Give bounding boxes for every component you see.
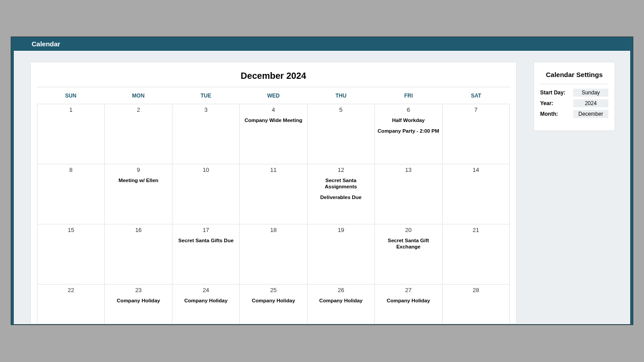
- day-number: 16: [105, 227, 172, 233]
- day-number: 19: [308, 227, 374, 233]
- setting-label: Start Day:: [540, 89, 573, 96]
- calendar-event[interactable]: Company Holiday: [172, 298, 239, 304]
- calendar-event[interactable]: Company Holiday: [240, 298, 307, 304]
- calendar-event[interactable]: Secret Santa Gifts Due: [172, 238, 239, 244]
- day-number: 17: [172, 227, 239, 233]
- day-cell[interactable]: 8: [37, 164, 105, 224]
- day-number: 28: [443, 287, 509, 293]
- day-number: 13: [375, 167, 442, 173]
- day-cell[interactable]: 15: [37, 224, 105, 285]
- day-number: 27: [375, 287, 442, 293]
- day-cell[interactable]: 10: [172, 164, 240, 224]
- day-number: 10: [172, 167, 239, 173]
- day-number: 5: [308, 106, 374, 113]
- day-cell[interactable]: 2: [105, 104, 172, 164]
- setting-label: Year:: [540, 100, 573, 106]
- calendar-event[interactable]: Secret Santa Assignments: [308, 178, 374, 190]
- day-number: 25: [240, 287, 307, 293]
- week-row: 89Meeting w/ Ellen101112Secret Santa Ass…: [37, 164, 510, 224]
- day-cell[interactable]: 3: [172, 104, 240, 164]
- day-number: 11: [240, 167, 307, 173]
- calendar-grid: 1234Company Wide Meeting56Half WorkdayCo…: [37, 104, 510, 324]
- day-cell[interactable]: 20Secret Santa Gift Exchange: [375, 224, 442, 285]
- day-cell[interactable]: 18: [240, 224, 307, 285]
- calendar-event[interactable]: Company Holiday: [375, 298, 442, 304]
- day-cell[interactable]: 5: [308, 104, 375, 164]
- day-cell[interactable]: 6Half WorkdayCompany Party - 2:00 PM: [375, 104, 442, 164]
- day-number: 21: [443, 227, 509, 233]
- day-cell[interactable]: 19: [308, 224, 375, 285]
- day-number: 22: [37, 287, 104, 293]
- day-cell[interactable]: 26Company Holiday: [308, 285, 375, 324]
- day-number: 9: [105, 167, 172, 173]
- day-number: 7: [443, 106, 509, 113]
- day-number: 20: [375, 227, 442, 233]
- day-header-tue: TUE: [172, 87, 240, 104]
- day-header-fri: FRI: [375, 87, 443, 104]
- day-cell[interactable]: 16: [105, 224, 172, 285]
- day-number: 26: [308, 287, 374, 293]
- day-header-thu: THU: [307, 87, 375, 104]
- day-cell[interactable]: 24Company Holiday: [172, 285, 240, 324]
- day-number: 24: [172, 287, 239, 293]
- day-number: 6: [375, 106, 442, 113]
- day-cell[interactable]: 21: [443, 224, 510, 285]
- app-window: Calendar December 2024 SUN MON TUE WED T…: [11, 37, 633, 325]
- setting-value[interactable]: 2024: [573, 99, 608, 107]
- day-header-wed: WED: [240, 87, 308, 104]
- calendar-event[interactable]: Deliverables Due: [308, 195, 374, 201]
- day-number: 15: [37, 227, 104, 233]
- day-header-row: SUN MON TUE WED THU FRI SAT: [37, 87, 510, 104]
- week-row: 151617Secret Santa Gifts Due181920Secret…: [37, 224, 510, 285]
- day-cell[interactable]: 14: [443, 164, 510, 224]
- setting-label: Month:: [540, 111, 573, 117]
- app-body: December 2024 SUN MON TUE WED THU FRI SA…: [14, 51, 630, 324]
- day-number: 8: [37, 167, 104, 173]
- day-cell[interactable]: 13: [375, 164, 442, 224]
- setting-value[interactable]: Sunday: [573, 89, 608, 97]
- calendar-heading: December 2024: [37, 71, 510, 87]
- day-cell[interactable]: 1: [37, 104, 105, 164]
- day-cell[interactable]: 23Company Holiday: [105, 285, 172, 324]
- day-cell[interactable]: 27Company Holiday: [375, 285, 442, 324]
- day-cell[interactable]: 28: [443, 285, 510, 324]
- day-cell[interactable]: 11: [240, 164, 307, 224]
- title-bar-label: Calendar: [32, 40, 60, 48]
- calendar-event[interactable]: Company Wide Meeting: [240, 118, 307, 124]
- day-number: 2: [105, 106, 172, 113]
- day-number: 4: [240, 106, 307, 113]
- day-cell[interactable]: 17Secret Santa Gifts Due: [172, 224, 240, 285]
- day-cell[interactable]: 22: [37, 285, 105, 324]
- day-header-sat: SAT: [442, 87, 510, 104]
- day-cell[interactable]: 7: [443, 104, 510, 164]
- setting-row: Month:December: [540, 110, 608, 118]
- title-bar: Calendar: [11, 37, 633, 51]
- day-cell[interactable]: 9Meeting w/ Ellen: [105, 164, 172, 224]
- day-cell[interactable]: 25Company Holiday: [240, 285, 307, 324]
- week-row: 1234Company Wide Meeting56Half WorkdayCo…: [37, 104, 510, 164]
- day-number: 23: [105, 287, 172, 293]
- settings-title: Calendar Settings: [540, 71, 608, 84]
- day-cell[interactable]: 12Secret Santa AssignmentsDeliverables D…: [308, 164, 375, 224]
- calendar-card: December 2024 SUN MON TUE WED THU FRI SA…: [30, 62, 517, 324]
- calendar-event[interactable]: Secret Santa Gift Exchange: [375, 238, 442, 250]
- calendar-event[interactable]: Half Workday: [375, 118, 442, 124]
- day-header-sun: SUN: [37, 87, 105, 104]
- day-number: 14: [443, 167, 509, 173]
- setting-row: Year:2024: [540, 99, 608, 107]
- day-header-mon: MON: [105, 87, 172, 104]
- day-number: 1: [37, 106, 104, 113]
- day-number: 12: [308, 167, 374, 173]
- week-row: 2223Company Holiday24Company Holiday25Co…: [37, 285, 510, 324]
- day-cell[interactable]: 4Company Wide Meeting: [240, 104, 307, 164]
- setting-row: Start Day:Sunday: [540, 89, 608, 97]
- setting-value[interactable]: December: [573, 110, 608, 118]
- settings-card: Calendar Settings Start Day:SundayYear:2…: [533, 62, 615, 131]
- day-number: 18: [240, 227, 307, 233]
- calendar-event[interactable]: Company Holiday: [105, 298, 172, 304]
- calendar-event[interactable]: Company Holiday: [308, 298, 374, 304]
- calendar-event[interactable]: Meeting w/ Ellen: [105, 178, 172, 184]
- calendar-event[interactable]: Company Party - 2:00 PM: [375, 128, 442, 134]
- day-number: 3: [172, 106, 239, 113]
